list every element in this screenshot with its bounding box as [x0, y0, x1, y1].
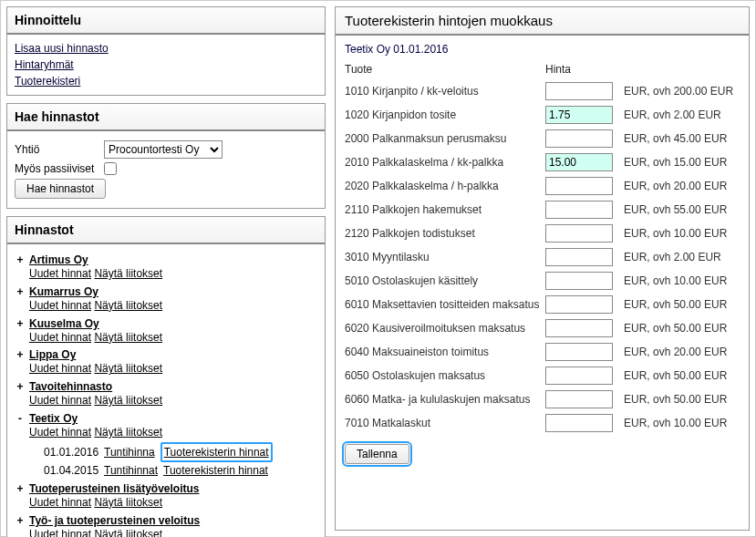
price-input[interactable] [545, 153, 613, 171]
pricelist-sublinks: Uudet hinnat Näytä liitokset [29, 298, 317, 314]
price-row: 6040 Maksuaineiston toimitusEUR, ovh 20.… [345, 340, 740, 364]
pricelist-name[interactable]: Artimus Oy [29, 253, 317, 266]
pricelist-sublinks: Uudet hinnat Näytä liitokset [29, 495, 317, 511]
link-register-prices[interactable]: Tuoterekisterin hinnat [163, 462, 268, 479]
price-suffix: EUR, ovh 50.00 EUR [624, 369, 727, 382]
link-new-prices[interactable]: Uudet hinnat [29, 426, 91, 439]
price-input[interactable] [545, 390, 613, 408]
link-new-prices[interactable]: Uudet hinnat [29, 331, 91, 344]
save-button[interactable]: Tallenna [345, 444, 409, 464]
link-new-prices[interactable]: Uudet hinnat [29, 528, 91, 537]
pricelist-dates: 01.01.2016TuntihinnaTuoterekisterin hinn… [44, 442, 317, 479]
price-row: 6010 Maksettavien tositteiden maksatusEU… [345, 293, 740, 316]
product-name: 1020 Kirjanpidon tosite [345, 108, 545, 121]
product-name: 6020 Kausiveroilmoituksen maksatus [345, 322, 545, 335]
link-new-prices[interactable]: Uudet hinnat [29, 299, 91, 312]
price-suffix: EUR, ovh 10.00 EUR [624, 274, 727, 287]
panel-pricing-body: Lisaa uusi hinnasto Hintaryhmät Tuoterek… [7, 35, 325, 95]
expand-icon[interactable]: + [15, 285, 26, 298]
expand-icon[interactable]: + [15, 514, 26, 527]
price-row: 2020 Palkkalaskelma / h-palkkaEUR, ovh 2… [345, 174, 740, 198]
price-input[interactable] [545, 106, 613, 124]
price-input[interactable] [545, 177, 613, 195]
link-add-pricelist[interactable]: Lisaa uusi hinnasto [15, 40, 317, 57]
pricelist-item: +Kumarrus OyUudet hinnat Näytä liitokset [15, 285, 317, 314]
link-new-prices[interactable]: Uudet hinnat [29, 496, 91, 509]
panel-edit-prices: Tuoterekisterin hintojen muokkaus Teetix… [335, 6, 750, 531]
price-input[interactable] [545, 272, 613, 290]
expand-icon[interactable]: + [15, 348, 26, 361]
price-suffix: EUR, ovh 2.00 EUR [624, 108, 721, 121]
label-company: Yhtiö [15, 143, 97, 156]
price-row: 6060 Matka- ja kululaskujen maksatusEUR,… [345, 387, 740, 411]
link-hourly-prices[interactable]: Tuntihinnat [104, 462, 158, 479]
price-suffix: EUR, ovh 15.00 EUR [624, 156, 727, 169]
link-show-attachments[interactable]: Näytä liitokset [94, 496, 162, 509]
pricelist-name[interactable]: Teetix Oy [29, 412, 317, 425]
price-row: 5010 Ostolaskujen käsittelyEUR, ovh 10.0… [345, 269, 740, 293]
price-suffix: EUR, ovh 45.00 EUR [624, 132, 727, 145]
link-show-attachments[interactable]: Näytä liitokset [94, 394, 162, 407]
search-button[interactable]: Hae hinnastot [15, 179, 106, 199]
link-show-attachments[interactable]: Näytä liitokset [94, 528, 162, 537]
price-input[interactable] [545, 224, 613, 243]
link-show-attachments[interactable]: Näytä liitokset [94, 331, 162, 344]
panel-search-body: Yhtiö Procountortesti Oy Myös passiivise… [7, 131, 325, 208]
price-row: 1010 Kirjanpito / kk-veloitusEUR, ovh 20… [345, 79, 740, 103]
link-show-attachments[interactable]: Näytä liitokset [94, 362, 162, 375]
link-new-prices[interactable]: Uudet hinnat [29, 267, 91, 280]
pricelist-name[interactable]: Työ- ja tuoteperusteinen veloitus [29, 514, 317, 527]
price-suffix: EUR, ovh 50.00 EUR [624, 393, 727, 406]
price-suffix: EUR, ovh 20.00 EUR [624, 346, 727, 358]
pricelist-item: +Tuoteperusteinen lisätyöveloitusUudet h… [15, 482, 317, 511]
app-frame: Hinnoittelu Lisaa uusi hinnasto Hintaryh… [0, 0, 756, 537]
price-row: 2110 Palkkojen hakemuksetEUR, ovh 55.00 … [345, 198, 740, 222]
price-input[interactable] [545, 367, 613, 385]
link-product-register[interactable]: Tuoterekisteri [15, 73, 317, 89]
link-show-attachments[interactable]: Näytä liitokset [94, 267, 162, 280]
price-input[interactable] [545, 248, 613, 266]
product-name: 6060 Matka- ja kululaskujen maksatus [345, 393, 545, 406]
collapse-icon[interactable]: - [15, 412, 26, 425]
pricelist-sublinks: Uudet hinnat Näytä liitokset [29, 425, 317, 440]
checkbox-passive[interactable] [104, 162, 117, 175]
col-header-price: Hinta [545, 63, 618, 76]
expand-icon[interactable]: + [15, 253, 26, 266]
link-hourly-prices[interactable]: Tuntihinna [104, 444, 155, 460]
price-row: 2000 Palkanmaksun perusmaksuEUR, ovh 45.… [345, 127, 740, 150]
price-input[interactable] [545, 319, 613, 337]
price-suffix: EUR, ovh 10.00 EUR [624, 227, 727, 240]
select-company[interactable]: Procountortesti Oy [104, 140, 223, 159]
price-row: 6050 Ostolaskujen maksatusEUR, ovh 50.00… [345, 364, 740, 387]
link-register-prices[interactable]: Tuoterekisterin hinnat [161, 442, 273, 462]
pricelist-item: +Artimus OyUudet hinnat Näytä liitokset [15, 253, 317, 282]
link-new-prices[interactable]: Uudet hinnat [29, 362, 91, 375]
product-name: 6050 Ostolaskujen maksatus [345, 369, 545, 382]
price-suffix: EUR, ovh 55.00 EUR [624, 203, 727, 216]
price-input[interactable] [545, 295, 613, 314]
price-suffix: EUR, ovh 200.00 EUR [624, 85, 733, 98]
link-show-attachments[interactable]: Näytä liitokset [94, 426, 162, 439]
pricelist-sublinks: Uudet hinnat Näytä liitokset [29, 266, 317, 282]
pricelist-item: -Teetix OyUudet hinnat Näytä liitokset01… [15, 412, 317, 479]
price-rows: 1010 Kirjanpito / kk-veloitusEUR, ovh 20… [345, 79, 740, 435]
pricelist-name[interactable]: Lippa Oy [29, 348, 317, 361]
price-input[interactable] [545, 82, 613, 100]
pricelist-name[interactable]: Tuoteperusteinen lisätyöveloitus [29, 482, 317, 495]
pricelist-item: +TavoitehinnastoUudet hinnat Näytä liito… [15, 380, 317, 408]
pricelist-name[interactable]: Kuuselma Oy [29, 317, 317, 330]
link-new-prices[interactable]: Uudet hinnat [29, 394, 91, 407]
price-suffix: EUR, ovh 50.00 EUR [624, 298, 727, 311]
pricelist-name[interactable]: Kumarrus Oy [29, 285, 317, 298]
price-suffix: EUR, ovh 2.00 EUR [624, 251, 721, 263]
expand-icon[interactable]: + [15, 482, 26, 495]
expand-icon[interactable]: + [15, 317, 26, 330]
price-input[interactable] [545, 129, 613, 148]
expand-icon[interactable]: + [15, 380, 26, 393]
price-input[interactable] [545, 414, 613, 432]
pricelist-name[interactable]: Tavoitehinnasto [29, 380, 317, 393]
link-price-groups[interactable]: Hintaryhmät [15, 57, 317, 73]
price-input[interactable] [545, 343, 613, 361]
price-input[interactable] [545, 201, 613, 219]
link-show-attachments[interactable]: Näytä liitokset [94, 299, 162, 312]
